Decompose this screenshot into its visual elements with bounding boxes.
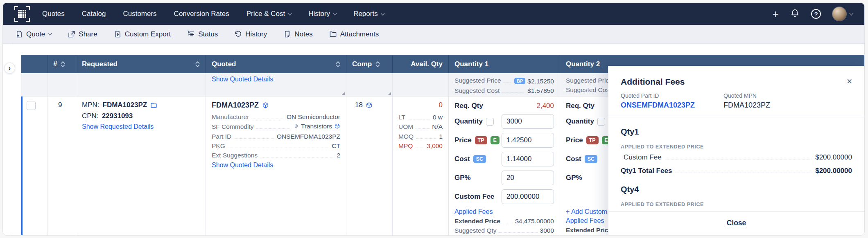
quoted-part-id-field: Quoted Part ID ONSEMFDMA1023PZ	[621, 92, 695, 110]
export-document-icon	[114, 30, 122, 38]
requested-cell: MPN:FDMA1023PZ CPN:22931093 Show Request…	[76, 97, 206, 236]
show-quoted-details-link[interactable]: Show Quoted Details	[212, 162, 273, 169]
close-button[interactable]: Close	[727, 219, 746, 227]
chevron-down-icon	[333, 11, 337, 15]
cube-icon[interactable]	[334, 123, 340, 129]
price-input[interactable]	[502, 133, 554, 148]
pin-icon	[294, 123, 299, 129]
status-button[interactable]: Status	[187, 30, 218, 38]
custom-fee-input[interactable]	[502, 189, 554, 204]
top-nav: Quotes Catalog Customers Conversion Rate…	[3, 3, 864, 25]
nav-item-conversion-rates[interactable]: Conversion Rates	[174, 10, 229, 18]
show-requested-details-link[interactable]: Show Requested Details	[82, 123, 154, 130]
folder-icon[interactable]	[150, 102, 157, 109]
note-icon	[283, 30, 291, 38]
nav-item-history[interactable]: History	[308, 10, 336, 18]
quote-menu-button[interactable]: Quote	[15, 30, 51, 38]
quantity-1-cell: Req. Qty2,400 Quantity PriceTPE CostSC	[449, 97, 560, 236]
notifications-bell-icon[interactable]	[790, 9, 800, 20]
suggested-cost-row: Suggested Cost $1.57850	[454, 86, 554, 95]
comp-cell: 18	[346, 97, 393, 236]
sc-badge: SC	[473, 155, 486, 163]
chevron-down-icon	[380, 11, 384, 15]
nav-item-catalog[interactable]: Catalog	[82, 10, 106, 18]
tp-badge: TP	[475, 136, 487, 144]
close-icon[interactable]: ×	[847, 77, 852, 86]
chevron-down-icon	[48, 31, 52, 36]
header-num[interactable]: #	[47, 55, 76, 73]
tp-badge: TP	[586, 136, 599, 144]
qty4-fees-section: Qty4 APPLIED TO EXTENDED PRICE Special H…	[621, 185, 852, 211]
attachments-button[interactable]: Attachments	[329, 30, 379, 38]
header-comp[interactable]: Comp	[346, 55, 393, 73]
cube-icon[interactable]	[262, 102, 269, 109]
custom-export-button[interactable]: Custom Export	[114, 30, 171, 38]
status-list-icon	[187, 30, 195, 38]
quote-lines-area: › # Requested Quoted Comp	[3, 44, 864, 236]
quote-toolbar: Quote Share Custom Export Status History…	[3, 25, 864, 44]
row-checkbox[interactable]	[27, 101, 36, 110]
sort-icon[interactable]	[61, 61, 65, 67]
bp-badge: BP	[514, 78, 525, 84]
header-checkbox-column	[21, 55, 47, 73]
app-logo-icon[interactable]	[14, 6, 30, 22]
cost-input[interactable]	[502, 152, 554, 166]
chevron-down-icon	[288, 11, 292, 15]
folder-icon	[329, 30, 337, 38]
chevron-down-icon	[850, 11, 854, 15]
add-icon[interactable]: +	[773, 9, 779, 19]
history-icon	[234, 30, 242, 38]
header-requested[interactable]: Requested	[76, 55, 206, 73]
gp-percent-input[interactable]	[502, 171, 554, 185]
nav-item-quotes[interactable]: Quotes	[42, 10, 65, 18]
quoted-mpn-field: Quoted MPN FDMA1023PZ	[723, 92, 770, 110]
nav-item-customers[interactable]: Customers	[123, 10, 156, 18]
additional-fees-panel: Additional Fees × Quoted Part ID ONSEMFD…	[608, 66, 864, 236]
e-badge: E	[491, 136, 500, 144]
share-button[interactable]: Share	[68, 30, 97, 38]
nav-item-price-cost[interactable]: Price & Cost	[246, 10, 291, 18]
header-avail-qty: Avail. Qty	[393, 55, 449, 73]
sort-icon[interactable]	[375, 61, 380, 67]
quantity-input[interactable]	[502, 114, 554, 129]
avail-qty-cell: 0 LT0 w UOMN/A MOQ1 MPQ3,000	[393, 97, 449, 236]
sort-icon[interactable]	[195, 61, 200, 67]
quantity-override-checkbox[interactable]	[597, 118, 605, 126]
document-icon	[15, 30, 23, 38]
nav-item-reports[interactable]: Reports	[353, 10, 384, 18]
quoted-cell: FDMA1023PZ ManufacturerON Semiconductor …	[206, 97, 346, 236]
quantity-override-checkbox[interactable]	[486, 118, 494, 126]
show-quoted-details-link[interactable]: Show Quoted Details	[212, 76, 273, 83]
quoted-part-id-link[interactable]: ONSEMFDMA1023PZ	[621, 101, 695, 110]
expand-side-rail-button[interactable]: ›	[4, 63, 15, 74]
divider	[608, 117, 864, 117]
sc-badge: SC	[585, 155, 597, 163]
applied-fees-link[interactable]: Applied Fees	[454, 208, 554, 216]
history-button[interactable]: History	[234, 30, 267, 38]
req-qty-value: 2,400	[536, 102, 554, 110]
available-qty-value: 0	[398, 101, 443, 109]
notes-button[interactable]: Notes	[283, 30, 312, 38]
qty1-fees-section: Qty1 APPLIED TO EXTENDED PRICE Custom Fe…	[621, 127, 852, 175]
avatar	[832, 7, 846, 21]
sort-icon[interactable]	[336, 61, 340, 67]
panel-title: Additional Fees	[621, 77, 685, 87]
app-window: Quotes Catalog Customers Conversion Rate…	[2, 2, 865, 236]
help-icon[interactable]: ?	[811, 9, 821, 19]
row-number: 9	[53, 101, 62, 109]
user-menu[interactable]	[832, 7, 853, 21]
resize-handle[interactable]	[342, 92, 345, 95]
resize-handle[interactable]	[388, 92, 391, 95]
cube-icon[interactable]	[366, 102, 373, 109]
header-quantity-1: Quantity 1	[449, 55, 560, 73]
share-icon	[68, 30, 75, 38]
suggested-price-row: Suggested Price BP$2.15250	[454, 76, 554, 86]
header-quoted[interactable]: Quoted	[206, 55, 346, 73]
